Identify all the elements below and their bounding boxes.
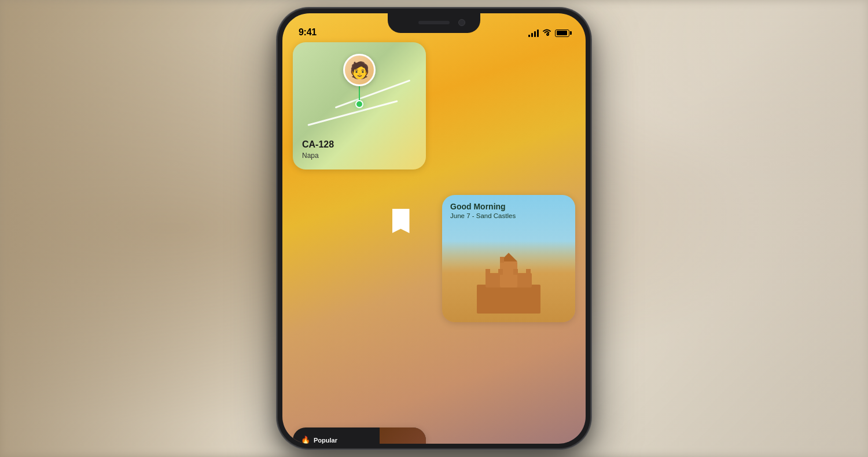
find-my-city: Napa — [302, 152, 319, 160]
food-image — [380, 427, 426, 444]
status-icons — [528, 28, 569, 38]
svg-rect-7 — [477, 285, 540, 314]
phone: 9:41 — [278, 9, 590, 448]
battery-fill — [557, 31, 567, 35]
notch — [388, 13, 480, 33]
find-my-pin-line — [359, 85, 360, 101]
svg-rect-13 — [498, 269, 503, 275]
svg-rect-15 — [513, 269, 518, 275]
notch-camera — [458, 19, 465, 26]
battery-icon — [555, 30, 569, 37]
find-my-widget[interactable]: 🧑 CA-128 Napa Find My — [293, 42, 426, 169]
phone-screen: 9:41 — [282, 13, 586, 444]
calm-date: June 7 - Sand Castles — [450, 212, 516, 219]
status-time: 9:41 — [299, 27, 317, 38]
calm-castle-svg — [471, 250, 546, 314]
room-right — [590, 0, 868, 457]
signal-bar-2 — [531, 33, 533, 37]
room-left — [0, 0, 278, 457]
svg-rect-16 — [526, 269, 531, 275]
find-my-avatar: 🧑 — [343, 54, 376, 86]
signal-bar-4 — [537, 30, 539, 37]
notch-speaker — [418, 21, 450, 24]
svg-rect-14 — [500, 257, 504, 263]
calm-widget[interactable]: Good Morning June 7 - Sand Castles — [442, 195, 575, 322]
calm-header: Good Morning June 7 - Sand Castles — [450, 202, 516, 219]
find-my-info: CA-128 Napa — [302, 139, 334, 160]
find-my-route: CA-128 — [302, 139, 334, 150]
popular-widget[interactable]: 🔥 Popular Starbelly ★★★★★ 1,927 — [293, 427, 426, 444]
calm-castle — [471, 250, 546, 314]
signal-bar-1 — [528, 35, 530, 37]
find-my-location-dot — [355, 100, 363, 108]
flame-icon: 🔥 — [301, 436, 310, 444]
calm-greeting: Good Morning — [450, 202, 516, 211]
wifi-icon — [542, 28, 551, 38]
signal-bar-3 — [534, 31, 536, 37]
svg-rect-12 — [486, 269, 490, 275]
signal-bars-icon — [528, 29, 539, 37]
popular-tag: Popular — [314, 437, 337, 444]
